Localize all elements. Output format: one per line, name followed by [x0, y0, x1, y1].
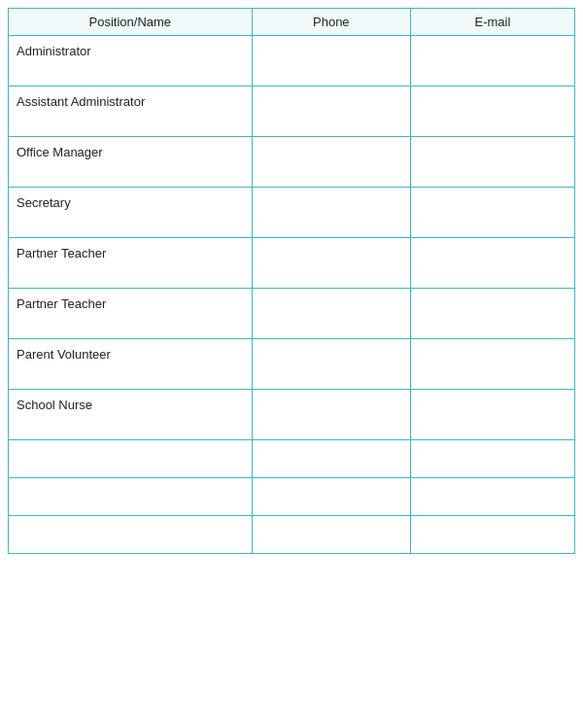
position-cell: Parent Volunteer: [9, 339, 253, 390]
position-cell: [9, 478, 253, 516]
email-cell: [410, 478, 574, 516]
position-cell: [9, 440, 253, 478]
table-row: Office Manager: [9, 137, 575, 188]
position-cell: Secretary: [9, 188, 253, 238]
phone-cell: [252, 188, 410, 238]
phone-cell: [252, 339, 410, 390]
position-cell: Partner Teacher: [9, 238, 253, 289]
table-row: [9, 478, 575, 516]
email-cell: [410, 137, 574, 188]
header-phone: Phone: [252, 9, 410, 36]
email-cell: [410, 339, 574, 390]
table-row: Assistant Administrator: [9, 87, 575, 137]
phone-cell: [252, 238, 410, 289]
position-cell: Assistant Administrator: [9, 87, 253, 137]
phone-cell: [252, 440, 410, 478]
table-row: Secretary: [9, 188, 575, 238]
position-cell: [9, 516, 253, 554]
email-cell: [410, 289, 574, 339]
email-cell: [410, 390, 574, 440]
email-cell: [410, 87, 574, 137]
table-row: Parent Volunteer: [9, 339, 575, 390]
table-row: Administrator: [9, 36, 575, 87]
table-row: [9, 440, 575, 478]
email-cell: [410, 36, 574, 87]
phone-cell: [252, 516, 410, 554]
table-row: [9, 516, 575, 554]
phone-cell: [252, 478, 410, 516]
table-row: School Nurse: [9, 390, 575, 440]
header-position: Position/Name: [9, 9, 253, 36]
position-cell: Administrator: [9, 36, 253, 87]
phone-cell: [252, 36, 410, 87]
email-cell: [410, 516, 574, 554]
position-cell: School Nurse: [9, 390, 253, 440]
phone-cell: [252, 390, 410, 440]
table-row: Partner Teacher: [9, 289, 575, 339]
email-cell: [410, 188, 574, 238]
phone-cell: [252, 137, 410, 188]
email-cell: [410, 238, 574, 289]
phone-cell: [252, 289, 410, 339]
contact-table: Position/Name Phone E-mail Administrator…: [8, 8, 575, 554]
email-cell: [410, 440, 574, 478]
position-cell: Office Manager: [9, 137, 253, 188]
position-cell: Partner Teacher: [9, 289, 253, 339]
phone-cell: [252, 87, 410, 137]
table-row: Partner Teacher: [9, 238, 575, 289]
header-email: E-mail: [410, 9, 574, 36]
